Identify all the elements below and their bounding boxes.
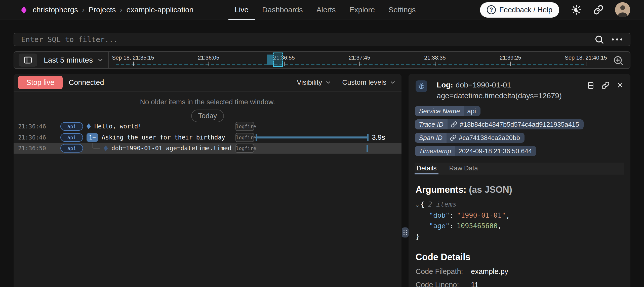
json-open-line: ⌄{2 items bbox=[416, 199, 623, 210]
detail-header: Log:dob=1990-01-01 age=datetime.timedelt… bbox=[409, 74, 630, 102]
logfire-logo-icon[interactable] bbox=[21, 6, 27, 14]
code-lineno-label: Code Lineno: bbox=[416, 281, 467, 287]
badge-label: Service Name bbox=[415, 106, 464, 116]
timeline-tick bbox=[284, 62, 285, 66]
log-message: dob=1990-01-01 age=datetime.timede bbox=[111, 145, 231, 152]
chevron-down-icon bbox=[325, 79, 332, 86]
badge-value: 2024-09-18 21:36:50.644 bbox=[455, 146, 536, 156]
code-lineno-value: 11 bbox=[471, 281, 478, 287]
scope-tag: logfire bbox=[235, 133, 254, 142]
feedback-help-button[interactable]: ? Feedback / Help bbox=[480, 2, 559, 18]
breadcrumb-projects[interactable]: Projects bbox=[89, 6, 116, 14]
detail-content: Arguments: (as JSON) ⌄{2 items "dob":"19… bbox=[409, 184, 630, 287]
live-log-panel: Stop live Connected Visibility Custom le… bbox=[14, 74, 401, 287]
panel-layout-icon[interactable] bbox=[587, 81, 595, 89]
timeline-bar: Last 5 minutes Sep 18, 21:35:15 21:36:05… bbox=[14, 51, 630, 69]
time-range-dropdown[interactable]: Last 5 minutes bbox=[44, 52, 104, 68]
link-icon bbox=[451, 121, 457, 128]
breadcrumb-project-name[interactable]: example-application bbox=[126, 6, 193, 14]
log-time: 21:36:50 bbox=[18, 145, 46, 152]
code-details-heading: Code Details bbox=[416, 252, 623, 262]
copy-link-icon[interactable] bbox=[601, 81, 610, 89]
grip-dots-icon bbox=[404, 230, 407, 235]
tree-connector bbox=[92, 143, 100, 149]
sql-filter-input[interactable] bbox=[14, 33, 594, 46]
log-row[interactable]: 21:36:46 api Hello, world! logfire bbox=[14, 121, 401, 132]
tab-settings[interactable]: Settings bbox=[382, 0, 422, 20]
timeline-tick-label: 21:39:25 bbox=[500, 55, 521, 61]
tab-raw-data[interactable]: Raw Data bbox=[449, 163, 478, 174]
log-message: Hello, world! bbox=[94, 123, 142, 130]
tab-live[interactable]: Live bbox=[228, 0, 255, 20]
navbar-actions: ? Feedback / Help bbox=[480, 0, 630, 20]
tab-details[interactable]: Details bbox=[417, 163, 436, 174]
timeline-tick bbox=[510, 62, 511, 66]
collapse-children-badge[interactable]: 1− bbox=[87, 133, 98, 142]
json-items-meta: 2 items bbox=[428, 200, 457, 208]
chevron-down-icon bbox=[389, 79, 396, 86]
trace-id-badge: Trace ID #18b84cb4847b5d574c4ad9121935a4… bbox=[415, 119, 584, 129]
service-pill[interactable]: api bbox=[60, 133, 83, 142]
timeline-tick-label: 21:36:05 bbox=[198, 55, 219, 61]
log-detail-panel: Log:dob=1990-01-01 age=datetime.timedelt… bbox=[409, 74, 630, 287]
log-row[interactable]: 21:36:46 api 1− Asking the user for thei… bbox=[14, 132, 401, 143]
json-key: "age" bbox=[429, 222, 450, 230]
tab-alerts[interactable]: Alerts bbox=[310, 0, 343, 20]
timestamp-badge: Timestamp 2024-09-18 21:36:50.644 bbox=[415, 146, 536, 156]
custom-levels-dropdown[interactable]: Custom levels bbox=[342, 78, 396, 86]
badge-value: api bbox=[464, 106, 480, 116]
detail-tabs: Details Raw Data bbox=[415, 163, 624, 174]
badge-label: Span ID bbox=[415, 133, 447, 143]
json-close-line: } bbox=[416, 231, 623, 242]
timeline-activity-spike[interactable] bbox=[267, 55, 273, 65]
breadcrumb-separator: › bbox=[120, 6, 122, 14]
timeline-divider bbox=[108, 52, 109, 68]
share-link-icon[interactable] bbox=[593, 5, 603, 15]
sql-filter-actions bbox=[594, 34, 630, 44]
timeline-tick bbox=[133, 62, 134, 66]
link-icon bbox=[450, 134, 456, 141]
log-time: 21:36:46 bbox=[18, 123, 46, 130]
panel-resize-handle[interactable] bbox=[402, 227, 409, 237]
service-pill[interactable]: api bbox=[60, 122, 83, 131]
service-pill[interactable]: api bbox=[60, 144, 83, 153]
log-row-selected[interactable]: 21:36:50 api dob=1990-01-01 age=datetime… bbox=[14, 143, 401, 154]
visibility-dropdown[interactable]: Visibility bbox=[297, 78, 332, 86]
code-filepath-row: Code Filepath:example.py bbox=[416, 267, 623, 276]
search-icon[interactable] bbox=[594, 34, 604, 44]
code-lineno-row: Code Lineno:11 bbox=[416, 281, 623, 287]
sidebar-toggle-button[interactable] bbox=[19, 54, 37, 67]
toolbar-filters: Visibility Custom levels bbox=[297, 74, 396, 91]
code-filepath-value: example.py bbox=[471, 267, 508, 275]
log-time: 21:36:46 bbox=[18, 134, 46, 141]
feedback-help-label: Feedback / Help bbox=[499, 6, 552, 14]
timeline-zoom-in-icon[interactable] bbox=[613, 55, 624, 66]
scope-tag: logfire bbox=[235, 144, 254, 153]
timeline-tick-label: 21:37:45 bbox=[349, 55, 370, 61]
json-entry: "age":1095465600, bbox=[416, 221, 623, 231]
more-options-icon[interactable] bbox=[612, 38, 622, 40]
today-button[interactable]: Today bbox=[191, 110, 224, 122]
span-duration-label: 3.9s bbox=[372, 133, 385, 141]
span-duration-bar[interactable] bbox=[256, 136, 369, 138]
badge-value[interactable]: #18b84cb4847b5d574c4ad9121935a415 bbox=[448, 119, 584, 129]
collapse-chevron-icon[interactable]: ⌄ bbox=[416, 202, 419, 208]
tab-dashboards[interactable]: Dashboards bbox=[255, 0, 310, 20]
badge-value[interactable]: #ca741384ca2a20bb bbox=[447, 133, 525, 143]
timeline-tick bbox=[359, 62, 360, 66]
timeline-tick-label: Sep 18, 21:40:15 bbox=[565, 55, 607, 61]
json-indent-guide bbox=[418, 210, 418, 230]
timeline-selected-window[interactable] bbox=[273, 53, 283, 67]
theme-toggle-icon[interactable] bbox=[571, 4, 582, 15]
close-icon[interactable] bbox=[616, 81, 624, 89]
stop-live-button[interactable]: Stop live bbox=[18, 76, 63, 89]
tab-explore[interactable]: Explore bbox=[343, 0, 382, 20]
timeline-tick bbox=[586, 62, 586, 66]
log-event-tick bbox=[367, 145, 368, 152]
breadcrumb-org[interactable]: christophergs bbox=[33, 6, 78, 14]
log-diamond-icon bbox=[87, 123, 91, 129]
user-avatar[interactable] bbox=[615, 2, 630, 17]
log-diamond-icon bbox=[104, 146, 108, 151]
timeline-activity-baseline bbox=[116, 64, 584, 65]
json-key: "dob" bbox=[429, 211, 450, 219]
